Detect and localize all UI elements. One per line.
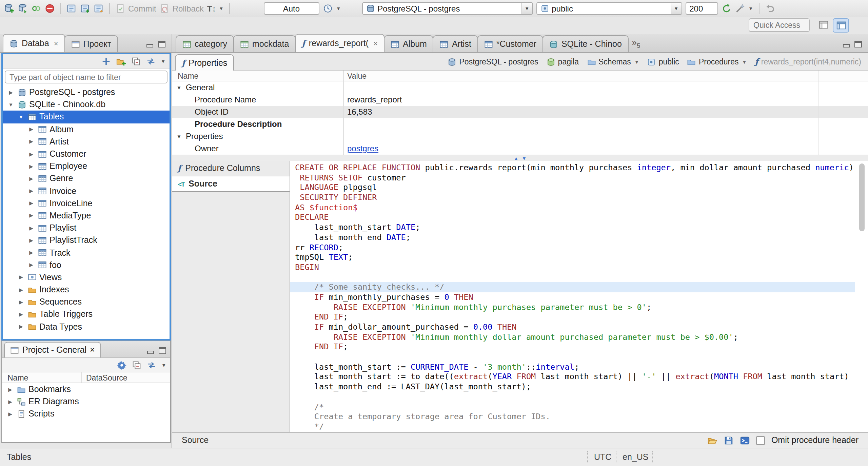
column-datasource[interactable]: DataSource (82, 373, 127, 382)
tab-sqlite-chinoo[interactable]: SQLite - Chinoo (542, 35, 629, 52)
expand-arrow-icon[interactable]: ▶ (27, 213, 35, 219)
close-icon[interactable]: × (90, 345, 95, 355)
grid-column-name[interactable]: Name (172, 72, 343, 80)
chevron-down-icon[interactable]: ▼ (336, 6, 341, 11)
project-item-scripts[interactable]: ▶Scripts (2, 408, 170, 420)
tree-item-tables[interactable]: ▼Tables (3, 111, 170, 123)
tree-item-table-triggers[interactable]: ▶Table Triggers (3, 308, 170, 321)
tree-item-artist[interactable]: ▶Artist (3, 136, 170, 148)
tab-customer[interactable]: *Customer (477, 35, 543, 52)
expand-arrow-icon[interactable]: ▶ (17, 274, 25, 280)
close-tab-icon[interactable]: × (373, 39, 378, 47)
tree-item-views[interactable]: ▶Views (3, 271, 170, 284)
collapse-all-icon[interactable] (132, 360, 142, 370)
status-locale[interactable]: en_US (623, 452, 648, 462)
omit-header-checkbox[interactable] (756, 436, 765, 445)
collapse-all-icon[interactable] (131, 56, 141, 66)
open-perspective-icon[interactable] (818, 20, 829, 30)
expand-arrow-icon[interactable]: ▶ (27, 139, 35, 145)
maximize-icon[interactable] (159, 347, 166, 354)
expand-arrow-icon[interactable]: ▶ (6, 411, 14, 417)
property-value[interactable]: postgres (343, 142, 868, 155)
expand-arrow-icon[interactable]: ▶ (27, 176, 35, 182)
link-with-editor-icon[interactable] (146, 360, 157, 370)
tab-properties[interactable]: ƒ Properties (175, 54, 234, 71)
disconnect-icon[interactable] (45, 3, 55, 14)
close-tab-icon[interactable]: × (54, 39, 58, 47)
property-value[interactable] (343, 118, 868, 130)
code-scrollbar[interactable] (859, 162, 865, 431)
tree-item-indexes[interactable]: ▶Indexes (3, 284, 170, 296)
commit-button[interactable]: Commit (115, 3, 156, 14)
chevron-down-icon[interactable]: ▼ (742, 59, 747, 64)
commit-mode-select[interactable]: Auto (263, 2, 319, 15)
view-menu-icon[interactable]: ▼ (161, 59, 165, 64)
tree-item-playlisttrack[interactable]: ▶PlaylistTrack (3, 234, 170, 247)
property-row-object-id[interactable]: Object ID16,583 (172, 106, 868, 118)
property-row-procedure-description[interactable]: Procedure Description (172, 118, 868, 130)
property-row-general[interactable]: ▼General (172, 81, 868, 94)
tree-item-data-types[interactable]: ▶Data Types (3, 321, 170, 333)
format-wand-icon[interactable] (735, 3, 745, 14)
tab-category[interactable]: category (176, 35, 234, 52)
grid-column-value[interactable]: Value (343, 72, 367, 80)
grid-divider[interactable] (343, 71, 344, 155)
grid-divider[interactable] (818, 71, 818, 155)
status-timezone[interactable]: UTC (594, 452, 611, 462)
tree-item-track[interactable]: ▶Track (3, 247, 170, 259)
tree-item-playlist[interactable]: ▶Playlist (3, 222, 170, 234)
settings-gear-icon[interactable] (117, 360, 127, 370)
tree-item-mediatype[interactable]: ▶MediaType (3, 210, 170, 222)
tab-album[interactable]: Album (384, 35, 434, 52)
load-from-file-icon[interactable] (708, 435, 718, 445)
breadcrumb-item-public[interactable]: public (647, 57, 679, 66)
tab-mockdata[interactable]: mockdata (233, 35, 296, 52)
add-connection-icon[interactable] (101, 56, 111, 66)
hidden-tabs-chevron[interactable]: »5 (632, 37, 640, 49)
rollback-button[interactable]: Rollback (160, 3, 204, 14)
expand-arrow-icon[interactable]: ▶ (27, 126, 35, 132)
expand-arrow-icon[interactable]: ▶ (6, 399, 14, 405)
property-value[interactable]: rewards_report (343, 94, 868, 106)
expand-arrow-icon[interactable]: ▶ (17, 287, 25, 293)
project-item-bookmarks[interactable]: ▶Bookmarks (2, 383, 170, 395)
transaction-mode-button[interactable]: T↕ ▼ (207, 4, 224, 13)
chevron-down-icon[interactable]: ▼ (634, 59, 639, 64)
property-row-owner[interactable]: Ownerpostgres (172, 142, 868, 155)
tree-item-employee[interactable]: ▶Employee (3, 160, 170, 172)
tree-item-postgresql-postgres[interactable]: ▶PostgreSQL - postgres (3, 86, 170, 98)
tree-item-invoice[interactable]: ▶Invoice (3, 185, 170, 197)
tree-item-album[interactable]: ▶Album (3, 123, 170, 135)
expand-arrow-icon[interactable]: ▶ (17, 311, 25, 317)
subtab-source[interactable]: <TSource (172, 176, 290, 192)
breadcrumb-item-rewards-report-int4-numeric[interactable]: ƒrewards_report(int4,numeric) (755, 57, 861, 66)
expand-arrow-icon[interactable]: ▶ (27, 250, 35, 256)
connection-select[interactable]: PostgreSQL - postgres ▼ (362, 2, 533, 15)
chevron-down-icon[interactable]: ▼ (748, 6, 753, 11)
minimize-icon[interactable] (146, 41, 153, 47)
scrollbar-thumb[interactable] (859, 163, 865, 231)
dbeaver-perspective-button[interactable] (833, 18, 849, 33)
sql-source-viewer[interactable]: CREATE OR REPLACE FUNCTION public.reward… (290, 161, 868, 432)
dropdown-arrow-icon[interactable]: ▼ (670, 3, 681, 14)
expand-arrow-icon[interactable]: ▶ (27, 200, 35, 207)
dropdown-arrow-icon[interactable]: ▼ (521, 3, 532, 14)
object-filter-input[interactable] (5, 71, 167, 83)
reconnect-icon[interactable] (31, 3, 41, 14)
tree-item-sequences[interactable]: ▶Sequences (3, 296, 170, 308)
new-sql-editor-icon[interactable] (66, 3, 77, 14)
refresh-icon[interactable] (721, 3, 731, 14)
expand-arrow-icon[interactable]: ▶ (27, 151, 35, 157)
recent-sql-editor-icon[interactable] (94, 3, 104, 14)
link-with-editor-icon[interactable] (146, 56, 156, 66)
expand-arrow-icon[interactable]: ▶ (6, 386, 14, 392)
expand-arrow-icon[interactable]: ▶ (27, 188, 35, 194)
breadcrumb-item-schemas[interactable]: Schemas▼ (587, 57, 639, 66)
expand-arrow-icon[interactable]: ▶ (27, 262, 35, 268)
column-name[interactable]: Name (2, 372, 82, 383)
tab-artist[interactable]: Artist (433, 35, 478, 52)
panel-splitter[interactable]: ▲ ▼ (172, 155, 868, 161)
tab-project-general[interactable]: Project - General × (4, 342, 101, 357)
property-value-text[interactable]: postgres (347, 144, 378, 153)
maximize-icon[interactable] (158, 41, 165, 47)
